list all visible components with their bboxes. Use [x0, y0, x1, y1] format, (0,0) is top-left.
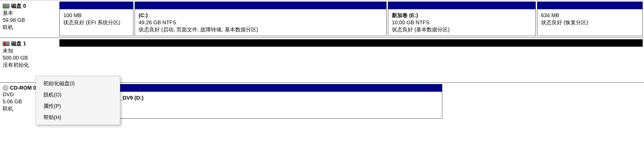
- partition-header: [388, 2, 535, 9]
- disk-status: 没有初始化: [3, 61, 55, 69]
- cd-icon: [3, 85, 8, 91]
- unallocated-space[interactable]: [59, 39, 643, 47]
- partition-label: (C:): [139, 12, 383, 19]
- partition-header: [135, 2, 386, 9]
- partition[interactable]: (C:) 49.26 GB NTFS 状态良好 (启动, 页面文件, 故障转储,…: [135, 2, 387, 36]
- partition-area: 100 MB 状态良好 (EFI 系统分区) (C:) 49.26 GB NTF…: [58, 0, 644, 37]
- partition[interactable]: 100 MB 状态良好 (EFI 系统分区): [59, 2, 133, 36]
- partition-header: [60, 2, 133, 9]
- disk-info-panel: 磁盘 0 基本 59.98 GB 联机: [0, 0, 58, 37]
- disk-name: 磁盘 1: [11, 40, 26, 47]
- partition[interactable]: 新加卷 (E:) 10.00 GB NTFS 状态良好 (基本数据分区): [388, 2, 536, 36]
- disk-name: CD-ROM 0: [10, 85, 36, 91]
- context-menu: 初始化磁盘(I) 脱机(O) 属性(P) 帮助(H): [36, 76, 120, 120]
- menu-item-initialize-disk[interactable]: 初始化磁盘(I): [36, 78, 120, 89]
- partition-size: 10.00 GB NTFS: [392, 19, 532, 26]
- partition-size: 100 MB: [63, 12, 129, 19]
- menu-item-help[interactable]: 帮助(H): [36, 112, 120, 120]
- disk-info-panel: 磁盘 1 未知 500.00 GB 没有初始化: [0, 38, 58, 82]
- partition-header: [537, 2, 642, 9]
- disk-icon: [3, 4, 10, 8]
- partition-status: 状态良好 (恢复分区): [541, 19, 639, 26]
- disk-size: 59.98 GB: [3, 17, 55, 24]
- disk-name: 磁盘 0: [11, 2, 26, 9]
- disk-row[interactable]: 磁盘 0 基本 59.98 GB 联机 100 MB 状态良好 (EFI 系统分…: [0, 0, 644, 38]
- disk-unknown-icon: [3, 41, 10, 46]
- partition-status: 状态良好 (基本数据分区): [392, 26, 532, 33]
- partition-area: SSS_X64FREV_ZH-CN_DV9 (D:) 5.06 GB UDF 状…: [58, 83, 644, 120]
- partition-status: 状态良好 (EFI 系统分区): [63, 19, 129, 26]
- partition-size: 49.26 GB NTFS: [139, 19, 383, 26]
- partition-label: 新加卷 (E:): [392, 12, 532, 19]
- partition-status: 状态良好 (启动, 页面文件, 故障转储, 基本数据分区): [139, 26, 383, 33]
- menu-item-offline[interactable]: 脱机(O): [36, 89, 120, 100]
- partition-size: 634 MB: [541, 12, 639, 19]
- disk-type: 未知: [3, 47, 55, 54]
- disk-status: 联机: [3, 24, 55, 31]
- disk-size: 500.00 GB: [3, 54, 55, 61]
- partition[interactable]: 634 MB 状态良好 (恢复分区): [537, 2, 643, 36]
- menu-item-properties[interactable]: 属性(P): [36, 100, 120, 112]
- disk-type: 基本: [3, 9, 55, 17]
